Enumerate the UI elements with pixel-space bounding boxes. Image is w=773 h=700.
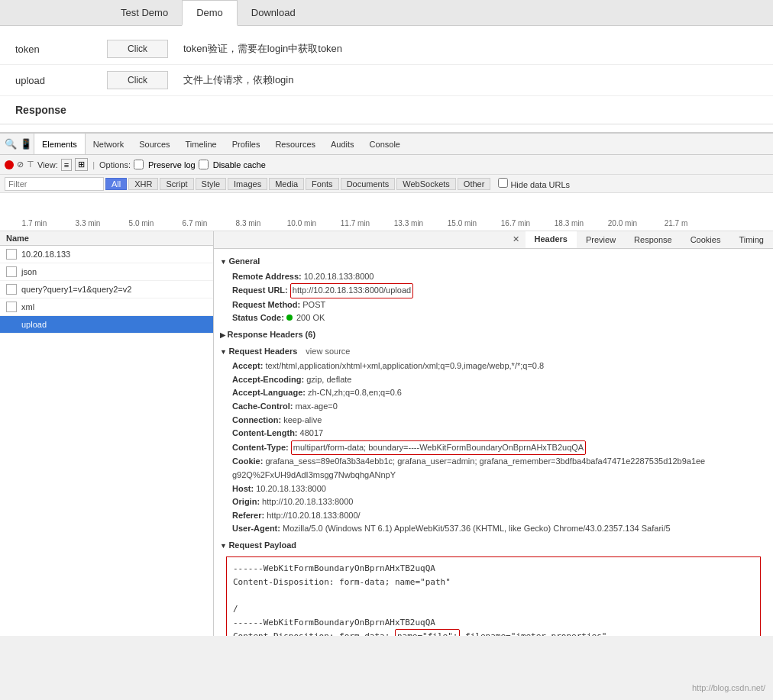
request-headers-section-header[interactable]: Request Headers view source <box>220 345 767 359</box>
tab-download[interactable]: Download <box>238 1 309 24</box>
disable-cache-checkbox[interactable] <box>199 160 209 169</box>
filter-script-button[interactable]: Script <box>160 178 193 190</box>
referer-row: Referer: http://10.20.18.133:8000/ <box>220 509 767 523</box>
tab-test-demo[interactable]: Test Demo <box>107 1 182 24</box>
filter-other-button[interactable]: Other <box>458 178 491 190</box>
filter-style-button[interactable]: Style <box>196 178 226 190</box>
tab-profiles[interactable]: Profiles <box>225 134 268 154</box>
tick-5: 8.3 min <box>222 219 275 227</box>
cookie-row: Cookie: grafana_sess=89e0fa3b3a4ebb1c; g… <box>220 455 767 469</box>
tick-1: 1.7 min <box>8 219 61 227</box>
grid-view-icon[interactable]: ⊞ <box>75 158 88 171</box>
detail-tab-preview[interactable]: Preview <box>577 231 625 248</box>
network-item-json[interactable]: json <box>0 263 213 281</box>
filter-input[interactable] <box>5 177 104 191</box>
referer-key: Referer: <box>232 511 267 520</box>
network-item-upload[interactable]: upload <box>0 316 213 334</box>
detail-tab-cookies[interactable]: Cookies <box>681 231 730 248</box>
preserve-log-checkbox[interactable] <box>134 160 144 169</box>
status-dot <box>286 315 293 321</box>
filter-media-button[interactable]: Media <box>269 178 304 190</box>
upload-click-button[interactable]: Click <box>107 71 168 89</box>
search-icon[interactable]: 🔍 <box>5 138 17 150</box>
accept-language-val: zh-CN,zh;q=0.8,en;q=0.6 <box>308 388 402 397</box>
detail-tab-headers[interactable]: Headers <box>526 231 577 248</box>
connection-row: Connection: keep-alive <box>220 414 767 427</box>
request-payload-section-header[interactable]: Request Payload <box>220 539 767 553</box>
view-source-link[interactable]: view source <box>306 347 350 356</box>
request-url-val: http://10.20.18.133:8000/upload <box>290 283 413 298</box>
upload-icon <box>6 319 17 330</box>
network-list: Name 10.20.18.133 json query?query1=v1&q… <box>0 231 214 636</box>
tab-elements[interactable]: Elements <box>34 134 86 154</box>
separator1: | <box>92 160 95 169</box>
filter-bar: All XHR Script Style Images Media Fonts … <box>0 175 773 193</box>
network-list-header: Name <box>0 231 213 246</box>
accept-encoding-key: Accept-Encoding: <box>232 375 306 384</box>
tab-network[interactable]: Network <box>86 134 131 154</box>
filter-icon[interactable]: ⊤ <box>27 160 34 169</box>
content-length-row: Content-Length: 48017 <box>220 427 767 440</box>
payload-box: ------WebKitFormBoundaryOnBprnAHxTB2uqQA… <box>226 556 761 636</box>
origin-row: Origin: http://10.20.18.133:8000 <box>220 495 767 509</box>
accept-language-row: Accept-Language: zh-CN,zh;q=0.8,en;q=0.6 <box>220 386 767 400</box>
request-method-key: Request Method: <box>232 300 302 309</box>
detail-content: General Remote Address: 10.20.18.133:800… <box>214 249 773 636</box>
devtools-tab-bar: 🔍 📱 Elements Network Sources Timeline Pr… <box>0 134 773 155</box>
record-button[interactable] <box>5 160 14 169</box>
remote-address-key: Remote Address: <box>232 272 304 281</box>
token-click-button[interactable]: Click <box>107 40 168 58</box>
network-item-query[interactable]: query?query1=v1&query2=v2 <box>0 281 213 298</box>
host-name: 10.20.18.133 <box>21 250 70 259</box>
tab-demo[interactable]: Demo <box>182 0 238 26</box>
detail-tab-timing[interactable]: Timing <box>729 231 773 248</box>
network-detail: ✕ Headers Preview Response Cookies Timin… <box>214 231 773 636</box>
origin-key: Origin: <box>232 497 262 506</box>
close-detail-button[interactable]: ✕ <box>506 231 526 248</box>
mobile-icon[interactable]: 📱 <box>20 138 32 150</box>
response-headers-section-header[interactable]: Response Headers (6) <box>220 328 767 342</box>
view-label: View: <box>37 160 58 169</box>
request-method-row: Request Method: POST <box>220 298 767 312</box>
filter-documents-button[interactable]: Documents <box>341 178 396 190</box>
tab-sources[interactable]: Sources <box>131 134 177 154</box>
tab-console[interactable]: Console <box>362 134 408 154</box>
status-code-val: 200 OK <box>296 313 325 322</box>
upload-label: upload <box>15 75 107 86</box>
content-type-key: Content-Type: <box>232 443 291 452</box>
tab-resources[interactable]: Resources <box>267 134 323 154</box>
payload-line-1: ------WebKitFormBoundaryOnBprnAHxTB2uqQA <box>233 562 754 576</box>
accept-key: Accept: <box>232 361 265 370</box>
tick-8: 13.3 min <box>382 219 435 227</box>
general-section-header[interactable]: General <box>220 255 767 269</box>
cookie-cont-row: g92Q%2FxUH9dAdI3msgg7NwbqhgANnpY <box>220 469 767 482</box>
tick-10: 16.7 min <box>489 219 542 227</box>
disable-cache-label: Disable cache <box>213 160 266 169</box>
filter-images-button[interactable]: Images <box>228 178 267 190</box>
json-icon <box>6 266 17 277</box>
host-icon <box>6 249 17 260</box>
tab-timeline[interactable]: Timeline <box>178 134 225 154</box>
detail-tab-bar: ✕ Headers Preview Response Cookies Timin… <box>214 231 773 249</box>
tick-7: 11.7 min <box>328 219 382 227</box>
upload-name: upload <box>21 320 47 329</box>
network-body: Name 10.20.18.133 json query?query1=v1&q… <box>0 231 773 636</box>
network-item-host[interactable]: 10.20.18.133 <box>0 246 213 263</box>
filter-all-button[interactable]: All <box>105 178 127 190</box>
hide-data-checkbox[interactable] <box>498 178 508 188</box>
tab-audits[interactable]: Audits <box>323 134 362 154</box>
network-item-xml[interactable]: xml <box>0 298 213 316</box>
clear-button[interactable]: ⊘ <box>17 160 24 169</box>
filter-fonts-button[interactable]: Fonts <box>306 178 339 190</box>
filter-websockets-button[interactable]: WebSockets <box>396 178 456 190</box>
referer-val: http://10.20.18.133:8000/ <box>267 511 360 520</box>
filter-xhr-button[interactable]: XHR <box>128 178 158 190</box>
payload-line-4: / <box>233 602 754 616</box>
list-view-icon[interactable]: ≡ <box>61 159 72 171</box>
host-row: Host: 10.20.18.133:8000 <box>220 482 767 496</box>
token-desc: token验证，需要在login中获取token <box>183 42 342 56</box>
cookie-val: grafana_sess=89e0fa3b3a4ebb1c; grafana_u… <box>265 456 705 466</box>
detail-tab-response[interactable]: Response <box>625 231 681 248</box>
preserve-log-label: Preserve log <box>148 160 196 169</box>
cache-control-val: max-age=0 <box>296 402 338 411</box>
